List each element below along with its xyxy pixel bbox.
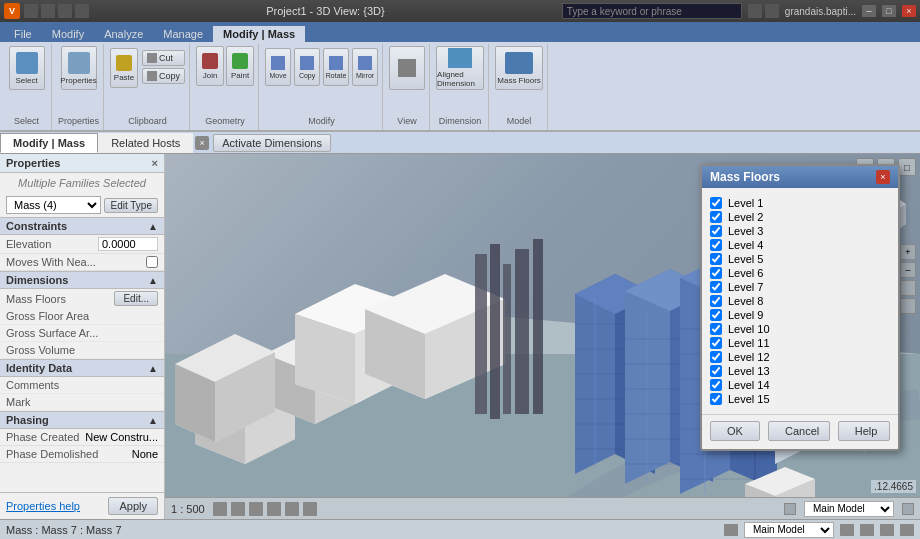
mass-dropdown[interactable]: Mass (4)	[6, 196, 101, 214]
view-icon	[398, 59, 416, 77]
select-icon	[16, 52, 38, 74]
tab-file[interactable]: File	[4, 26, 42, 42]
model-dropdown[interactable]: Main Model	[804, 501, 894, 517]
level-checkbox-11[interactable]	[710, 337, 722, 349]
help-icon[interactable]	[748, 4, 762, 18]
level-checkbox-15[interactable]	[710, 393, 722, 405]
move-button[interactable]: Move	[265, 48, 291, 86]
lock-icon[interactable]	[784, 503, 796, 515]
level-checkbox-5[interactable]	[710, 253, 722, 265]
redo-icon[interactable]	[58, 4, 72, 18]
level-label-7: Level 7	[728, 281, 763, 293]
level-row-10: Level 10	[710, 322, 890, 336]
quick-access-toolbar	[24, 4, 89, 18]
zoom-out-icon[interactable]: –	[900, 262, 916, 278]
panel-close-icon[interactable]: ×	[152, 157, 158, 169]
view-button[interactable]	[389, 46, 425, 90]
level-checkbox-13[interactable]	[710, 365, 722, 377]
moves-with-checkbox[interactable]	[146, 256, 158, 268]
viewport[interactable]: Led > × – □ TOP + –	[165, 154, 920, 519]
zoom-in-icon[interactable]: +	[900, 244, 916, 260]
level-label-6: Level 6	[728, 267, 763, 279]
level-checkbox-1[interactable]	[710, 197, 722, 209]
panel-header: Properties ×	[0, 154, 164, 173]
phase-created-row: Phase Created New Constru...	[0, 429, 164, 446]
tab-manage[interactable]: Manage	[153, 26, 213, 42]
maximize-button[interactable]: □	[882, 5, 896, 17]
statusbar-model-select[interactable]: Main Model	[744, 522, 834, 538]
minimize-button[interactable]: –	[862, 5, 876, 17]
temporary-hide-icon[interactable]	[303, 502, 317, 516]
level-checkbox-7[interactable]	[710, 281, 722, 293]
modify-group-label: Modify	[308, 116, 335, 128]
level-label-1: Level 1	[728, 197, 763, 209]
viewport-maximize-icon[interactable]: □	[898, 158, 916, 176]
level-checkbox-10[interactable]	[710, 323, 722, 335]
level-checkbox-9[interactable]	[710, 309, 722, 321]
search-bar[interactable]: Type a keyword or phrase	[562, 3, 742, 19]
apply-button[interactable]: Apply	[108, 497, 158, 515]
level-checkbox-4[interactable]	[710, 239, 722, 251]
mass-floors-ribbon-button[interactable]: Mass Floors	[495, 46, 543, 90]
paint-button[interactable]: Paint	[226, 46, 254, 86]
properties-help-link[interactable]: Properties help	[6, 500, 80, 512]
model-settings-icon[interactable]	[902, 503, 914, 515]
level-checkbox-6[interactable]	[710, 267, 722, 279]
level-checkbox-14[interactable]	[710, 379, 722, 391]
aligned-dimension-button[interactable]: Aligned Dimension	[436, 46, 484, 90]
pan-icon[interactable]	[900, 280, 916, 296]
copy-mod-button[interactable]: Copy	[294, 48, 320, 86]
tab-modify-mass[interactable]: Modify | Mass	[213, 26, 305, 42]
identity-data-section-header: Identity Data ▲	[0, 359, 164, 377]
edit-type-button[interactable]: Edit Type	[104, 198, 158, 213]
close-button[interactable]: ×	[902, 5, 916, 17]
settings-icon[interactable]	[75, 4, 89, 18]
orbit-icon[interactable]	[900, 298, 916, 314]
crop-icon[interactable]	[285, 502, 299, 516]
level-checkbox-8[interactable]	[710, 295, 722, 307]
properties-button[interactable]: Properties	[61, 46, 97, 90]
paste-button[interactable]: Paste	[110, 48, 138, 88]
level-label-2: Level 2	[728, 211, 763, 223]
section-box-icon[interactable]	[267, 502, 281, 516]
mass-floors-edit-button[interactable]: Edit...	[114, 291, 158, 306]
copy-icon	[147, 71, 157, 81]
viewport-footer-icons	[213, 502, 317, 516]
undo-icon[interactable]	[41, 4, 55, 18]
rotate-button[interactable]: Rotate	[323, 48, 349, 86]
status-text: Mass : Mass 7 : Mass 7	[6, 524, 122, 536]
activate-dimensions-button[interactable]: Activate Dimensions	[213, 134, 331, 152]
user-icon[interactable]	[765, 4, 779, 18]
paint-icon	[232, 53, 248, 69]
level-checkbox-3[interactable]	[710, 225, 722, 237]
save-icon[interactable]	[24, 4, 38, 18]
join-button[interactable]: Join	[196, 46, 224, 86]
level-checkbox-2[interactable]	[710, 211, 722, 223]
viewport-right-tools: + –	[900, 244, 916, 314]
tab-modify[interactable]: Modify	[42, 26, 94, 42]
level-label-12: Level 12	[728, 351, 770, 363]
cut-button[interactable]: Cut	[142, 50, 185, 66]
dialog-cancel-button[interactable]: Cancel	[768, 421, 830, 441]
dialog-ok-button[interactable]: OK	[710, 421, 760, 441]
sun-icon[interactable]	[213, 502, 227, 516]
sub-tab-close-button[interactable]: ×	[195, 136, 209, 150]
dimension-group-label: Dimension	[439, 116, 482, 128]
sub-tab-modify-mass[interactable]: Modify | Mass	[0, 133, 98, 153]
dialog-close-button[interactable]: ×	[876, 170, 890, 184]
status-icon-1	[724, 524, 738, 536]
constraints-section-header: Constraints ▲	[0, 217, 164, 235]
mirror-button[interactable]: Mirror	[352, 48, 378, 86]
dialog-help-button[interactable]: Help	[838, 421, 890, 441]
level-checkbox-12[interactable]	[710, 351, 722, 363]
tab-analyze[interactable]: Analyze	[94, 26, 153, 42]
gross-surface-row: Gross Surface Ar...	[0, 325, 164, 342]
sub-tab-related-hosts[interactable]: Related Hosts	[98, 133, 193, 153]
ribbon-group-modify: Move Copy Rotate Mirror Modify	[261, 44, 383, 130]
view-settings-icon[interactable]	[249, 502, 263, 516]
render-icon[interactable]	[231, 502, 245, 516]
select-button[interactable]: Select	[9, 46, 45, 90]
statusbar: Mass : Mass 7 : Mass 7 Main Model	[0, 519, 920, 539]
copy-button[interactable]: Copy	[142, 68, 185, 84]
sub-ribbon-tabs: Modify | Mass Related Hosts × Activate D…	[0, 132, 920, 154]
